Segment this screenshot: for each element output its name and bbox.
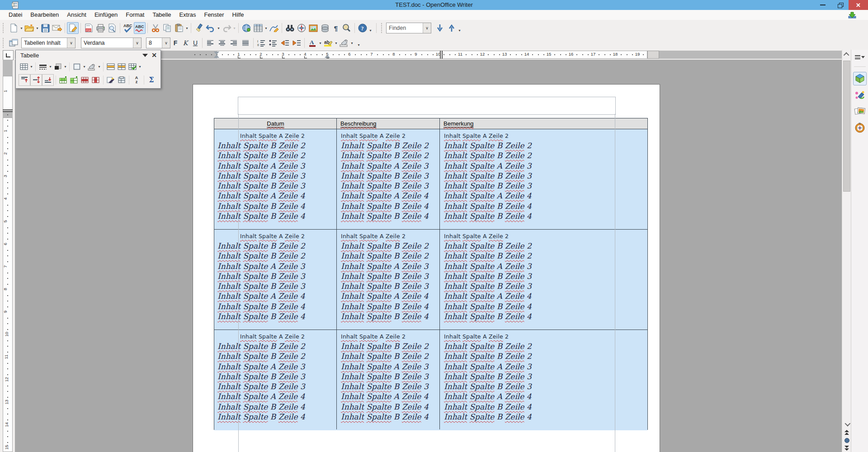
background-color-dropdown-arrow[interactable]: ▾: [350, 41, 354, 45]
font-name-select[interactable]: Verdana ∨: [81, 38, 142, 48]
size-dropdown-button[interactable]: ∨: [162, 38, 170, 48]
table-body-row[interactable]: Inhalt Spalte A Zeile 2Inhalt Spalte B Z…: [214, 330, 647, 430]
align-left-button[interactable]: [204, 37, 216, 49]
navigation-button[interactable]: [842, 437, 851, 444]
find-toolbar-overflow-arrow[interactable]: ▾: [458, 28, 462, 33]
table-dropdown-arrow[interactable]: ▾: [264, 26, 268, 30]
menu-item-einfgen[interactable]: Einfügen: [90, 10, 122, 20]
new-document-button[interactable]: [8, 22, 19, 34]
toolbar-overflow-arrow[interactable]: ▾: [357, 43, 361, 47]
palette-close-icon[interactable]: ✕: [151, 52, 157, 59]
hanging-indent-marker[interactable]: [214, 55, 219, 58]
undo-dropdown-arrow[interactable]: ▾: [217, 26, 221, 30]
paragraph-style-select[interactable]: Tabellen Inhalt ∨: [21, 38, 75, 48]
new-dropdown-arrow[interactable]: ▾: [19, 26, 24, 30]
tab-stop-marker[interactable]: [282, 56, 285, 58]
dropdown-arrow[interactable]: ▾: [82, 65, 86, 69]
hyperlink-button[interactable]: [241, 22, 252, 34]
dropdown-arrow[interactable]: ▾: [97, 65, 101, 69]
table-column-marker[interactable]: [440, 51, 441, 59]
first-line-indent-marker[interactable]: [214, 52, 219, 55]
font-color-dropdown-arrow[interactable]: ▾: [318, 41, 322, 45]
autospellcheck-button[interactable]: ABC: [134, 22, 146, 34]
header-cell-datum[interactable]: Datum: [214, 118, 337, 129]
sidebar-tab-styles[interactable]: [853, 88, 867, 102]
table-body-row[interactable]: Inhalt Spalte A Zeile 2Inhalt Spalte B Z…: [214, 229, 647, 330]
numbered-list-button[interactable]: III: [255, 37, 267, 49]
palette-menu-arrow-icon[interactable]: [142, 54, 148, 57]
styles-window-button[interactable]: [8, 37, 19, 49]
edit-mode-button[interactable]: [67, 22, 79, 34]
next-page-button[interactable]: [842, 444, 851, 452]
sidebar-settings-button[interactable]: [855, 54, 865, 60]
autoformat-button[interactable]: [105, 75, 116, 85]
bold-button[interactable]: F: [170, 38, 180, 48]
update-available-icon[interactable]: [847, 11, 857, 19]
vertical-ruler[interactable]: 1123456789101112131415: [3, 60, 13, 452]
save-button[interactable]: [39, 22, 51, 34]
tab-stop-marker[interactable]: [238, 56, 241, 58]
copy-button[interactable]: [161, 22, 173, 34]
toolbar-overflow-arrow[interactable]: ▾: [368, 28, 373, 33]
align-right-button[interactable]: [228, 37, 240, 49]
table-cell[interactable]: Inhalt Spalte A Zeile 2Inhalt Spalte B Z…: [214, 330, 337, 430]
font-dropdown-button[interactable]: ∨: [133, 38, 141, 48]
insert-table-button[interactable]: [252, 22, 264, 34]
table-properties-button[interactable]: [116, 75, 127, 85]
table-body-row[interactable]: Inhalt Spalte A Zeile 2Inhalt Spalte B Z…: [214, 129, 647, 229]
table-column-marker[interactable]: [442, 51, 443, 59]
decrease-indent-button[interactable]: [279, 37, 291, 49]
table-background-button[interactable]: [86, 61, 97, 72]
insert-table-button[interactable]: [19, 61, 29, 72]
menu-item-tabelle[interactable]: Tabelle: [148, 10, 175, 20]
paste-dropdown-arrow[interactable]: ▾: [185, 26, 189, 30]
zoom-button[interactable]: [341, 22, 353, 34]
table-cell[interactable]: Inhalt Spalte A Zeile 2Inhalt Spalte B Z…: [337, 230, 440, 330]
email-button[interactable]: [51, 22, 63, 34]
split-cells-button[interactable]: [116, 61, 127, 72]
table-cell[interactable]: Inhalt Spalte A Zeile 2Inhalt Spalte B Z…: [214, 129, 337, 229]
find-next-button[interactable]: [434, 22, 446, 34]
increase-indent-button[interactable]: [291, 37, 302, 49]
italic-button[interactable]: K: [180, 38, 190, 48]
table-cell[interactable]: Inhalt Spalte A Zeile 2Inhalt Spalte B Z…: [440, 230, 647, 330]
scrollbar-thumb[interactable]: [843, 61, 850, 192]
column-border[interactable]: [439, 118, 440, 429]
palette-title-bar[interactable]: Tabelle ✕: [16, 50, 160, 60]
page-preview-button[interactable]: [106, 22, 118, 34]
merge-cells-button[interactable]: [105, 61, 116, 72]
menu-item-datei[interactable]: Datei: [5, 10, 26, 20]
background-color-button[interactable]: [338, 37, 350, 49]
table-header-row[interactable]: Datum Beschreibung Bemerkung: [214, 118, 647, 129]
scroll-down-button[interactable]: [842, 419, 851, 428]
menu-item-fenster[interactable]: Fenster: [200, 10, 228, 20]
find-dropdown-button[interactable]: ∨: [423, 23, 431, 33]
delete-column-button[interactable]: [90, 75, 101, 85]
scroll-up-button[interactable]: [842, 50, 851, 59]
gallery-button[interactable]: [307, 22, 319, 34]
find-input-value[interactable]: Finden: [387, 25, 423, 31]
center-vertical-button[interactable]: [30, 74, 42, 86]
open-button[interactable]: [24, 22, 35, 34]
dropdown-arrow[interactable]: ▾: [63, 65, 67, 69]
borders-button[interactable]: [71, 61, 82, 72]
menu-item-ansicht[interactable]: Ansicht: [63, 10, 90, 20]
menu-item-hilfe[interactable]: Hilfe: [228, 10, 248, 20]
toolbar-grip[interactable]: [3, 38, 5, 48]
dropdown-arrow[interactable]: ▾: [29, 65, 33, 69]
sidebar-tab-navigator[interactable]: N: [853, 121, 867, 134]
insert-row-button[interactable]: [58, 75, 69, 85]
redo-dropdown-arrow[interactable]: ▾: [232, 26, 236, 30]
font-color-button[interactable]: A: [307, 37, 318, 49]
redo-button[interactable]: [221, 22, 232, 34]
dropdown-arrow[interactable]: ▾: [138, 65, 142, 69]
table-cell[interactable]: Inhalt Spalte A Zeile 2Inhalt Spalte B Z…: [440, 129, 647, 229]
dropdown-arrow[interactable]: ▾: [48, 65, 52, 69]
align-center-button[interactable]: [216, 37, 228, 49]
font-size-select[interactable]: 8 ∨: [146, 38, 170, 48]
find-input[interactable]: Finden ∨: [386, 23, 431, 33]
sidebar-tab-properties[interactable]: [853, 72, 867, 85]
table-cell[interactable]: Inhalt Spalte A Zeile 2Inhalt Spalte B Z…: [214, 230, 337, 330]
help-button[interactable]: ?: [357, 22, 368, 34]
optimize-button[interactable]: [127, 61, 138, 72]
